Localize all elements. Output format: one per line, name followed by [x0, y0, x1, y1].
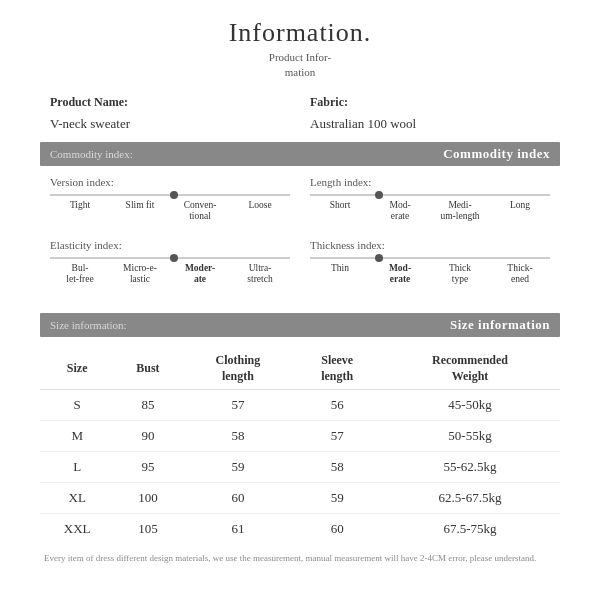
- length-label-0: Short: [310, 200, 370, 223]
- product-name-value: V-neck sweater: [50, 116, 290, 132]
- commodity-header-right: Commodity index: [443, 146, 550, 162]
- size-cell-3-1: 100: [114, 482, 181, 513]
- elasticity-scale: Bul-let-free Micro-e-lastic Moder-ate Ul…: [50, 257, 290, 286]
- size-cell-2-0: L: [40, 451, 114, 482]
- fabric-label: Fabric:: [310, 95, 550, 110]
- size-cell-1-3: 57: [294, 420, 380, 451]
- thickness-label-3: Thick-ened: [490, 263, 550, 286]
- length-labels: Short Mod-erate Medi-um-length Long: [310, 200, 550, 223]
- table-row: M90585750-55kg: [40, 420, 560, 451]
- size-table-body: S85575645-50kgM90585750-55kgL95595855-62…: [40, 389, 560, 544]
- size-cell-0-0: S: [40, 389, 114, 420]
- product-info: Product Name: V-neck sweater Fabric: Aus…: [40, 95, 560, 132]
- size-cell-1-0: M: [40, 420, 114, 451]
- col-size: Size: [40, 347, 114, 389]
- thickness-index-group: Thickness index: Thin Mod-erate Thicktyp…: [310, 239, 550, 302]
- commodity-header: Commodity index: Commodity index: [40, 142, 560, 166]
- size-table: Size Bust Clothinglength Sleevelength Re…: [40, 347, 560, 543]
- size-cell-2-1: 95: [114, 451, 181, 482]
- version-scale: Tight Slim fit Conven-tional Loose: [50, 194, 290, 223]
- size-cell-2-4: 55-62.5kg: [380, 451, 560, 482]
- index-grid-top: Version index: Tight Slim fit Conven-tio…: [40, 176, 560, 239]
- version-scale-line: [50, 194, 290, 196]
- length-indicator: [375, 191, 383, 199]
- page: Information. Product Infor-mation Produc…: [0, 0, 600, 600]
- size-cell-4-0: XXL: [40, 513, 114, 544]
- table-row: XL100605962.5-67.5kg: [40, 482, 560, 513]
- length-label-2: Medi-um-length: [430, 200, 490, 223]
- thickness-title: Thickness index:: [310, 239, 550, 251]
- size-header-right: Size information: [450, 317, 550, 333]
- size-cell-0-2: 57: [182, 389, 295, 420]
- elasticity-scale-line: [50, 257, 290, 259]
- thickness-label-0: Thin: [310, 263, 370, 286]
- length-label-1: Mod-erate: [370, 200, 430, 223]
- thickness-labels: Thin Mod-erate Thicktype Thick-ened: [310, 263, 550, 286]
- size-cell-4-1: 105: [114, 513, 181, 544]
- main-title: Information.: [40, 18, 560, 48]
- footnote: Every item of dress different design mat…: [40, 552, 560, 565]
- size-cell-0-1: 85: [114, 389, 181, 420]
- length-scale-line: [310, 194, 550, 196]
- size-table-header-row: Size Bust Clothinglength Sleevelength Re…: [40, 347, 560, 389]
- length-label-3: Long: [490, 200, 550, 223]
- thickness-scale-line: [310, 257, 550, 259]
- version-title: Version index:: [50, 176, 290, 188]
- thickness-label-2: Thicktype: [430, 263, 490, 286]
- size-cell-1-2: 58: [182, 420, 295, 451]
- size-section: Size information: Size information Size …: [40, 313, 560, 564]
- product-name-col: Product Name: V-neck sweater: [50, 95, 290, 132]
- version-label-2: Conven-tional: [170, 200, 230, 223]
- thickness-label-1: Mod-erate: [370, 263, 430, 286]
- elasticity-labels: Bul-let-free Micro-e-lastic Moder-ate Ul…: [50, 263, 290, 286]
- subtitle: Product Infor-mation: [40, 50, 560, 81]
- size-header: Size information: Size information: [40, 313, 560, 337]
- table-row: S85575645-50kg: [40, 389, 560, 420]
- size-cell-2-3: 58: [294, 451, 380, 482]
- elasticity-indicator: [170, 254, 178, 262]
- col-bust: Bust: [114, 347, 181, 389]
- size-cell-0-3: 56: [294, 389, 380, 420]
- thickness-indicator: [375, 254, 383, 262]
- version-label-0: Tight: [50, 200, 110, 223]
- size-cell-3-3: 59: [294, 482, 380, 513]
- size-cell-4-4: 67.5-75kg: [380, 513, 560, 544]
- col-clothing-length: Clothinglength: [182, 347, 295, 389]
- size-cell-4-2: 61: [182, 513, 295, 544]
- size-cell-1-4: 50-55kg: [380, 420, 560, 451]
- elasticity-title: Elasticity index:: [50, 239, 290, 251]
- version-label-3: Loose: [230, 200, 290, 223]
- col-recommended-weight: RecommendedWeight: [380, 347, 560, 389]
- size-cell-2-2: 59: [182, 451, 295, 482]
- version-labels: Tight Slim fit Conven-tional Loose: [50, 200, 290, 223]
- elasticity-index-group: Elasticity index: Bul-let-free Micro-e-l…: [50, 239, 290, 302]
- elasticity-label-3: Ultra-stretch: [230, 263, 290, 286]
- table-row: L95595855-62.5kg: [40, 451, 560, 482]
- index-grid-bottom: Elasticity index: Bul-let-free Micro-e-l…: [40, 239, 560, 302]
- version-index-group: Version index: Tight Slim fit Conven-tio…: [50, 176, 290, 239]
- table-row: XXL105616067.5-75kg: [40, 513, 560, 544]
- size-cell-1-1: 90: [114, 420, 181, 451]
- commodity-section: Commodity index: Commodity index Version…: [40, 142, 560, 302]
- elasticity-label-2: Moder-ate: [170, 263, 230, 286]
- commodity-header-left: Commodity index:: [50, 148, 133, 160]
- col-sleeve-length: Sleevelength: [294, 347, 380, 389]
- size-cell-4-3: 60: [294, 513, 380, 544]
- length-scale: Short Mod-erate Medi-um-length Long: [310, 194, 550, 223]
- elasticity-label-0: Bul-let-free: [50, 263, 110, 286]
- version-indicator: [170, 191, 178, 199]
- size-header-left: Size information:: [50, 319, 127, 331]
- size-cell-3-4: 62.5-67.5kg: [380, 482, 560, 513]
- length-title: Length index:: [310, 176, 550, 188]
- fabric-value: Australian 100 wool: [310, 116, 550, 132]
- thickness-scale: Thin Mod-erate Thicktype Thick-ened: [310, 257, 550, 286]
- version-label-1: Slim fit: [110, 200, 170, 223]
- fabric-col: Fabric: Australian 100 wool: [310, 95, 550, 132]
- size-cell-0-4: 45-50kg: [380, 389, 560, 420]
- product-name-label: Product Name:: [50, 95, 290, 110]
- length-index-group: Length index: Short Mod-erate Medi-um-le…: [310, 176, 550, 239]
- size-cell-3-0: XL: [40, 482, 114, 513]
- size-cell-3-2: 60: [182, 482, 295, 513]
- elasticity-label-1: Micro-e-lastic: [110, 263, 170, 286]
